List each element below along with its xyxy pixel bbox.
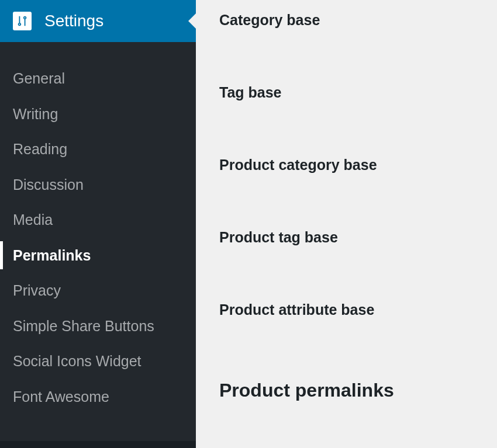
sidebar-item-label: Permalinks <box>13 247 91 263</box>
field-label-category-base: Category base <box>219 12 474 29</box>
section-heading-product-permalinks: Product permalinks <box>219 380 474 401</box>
sidebar-item-label: Writing <box>13 106 58 122</box>
sidebar-footer <box>0 441 196 448</box>
sidebar-item-media[interactable]: Media <box>0 202 196 238</box>
sidebar-item-label: Reading <box>13 141 67 157</box>
sidebar-item-privacy[interactable]: Privacy <box>0 273 196 308</box>
field-label-product-category-base: Product category base <box>219 157 474 173</box>
sidebar-item-writing[interactable]: Writing <box>0 96 196 132</box>
settings-icon <box>13 12 32 30</box>
sidebar-header-settings[interactable]: Settings <box>0 0 196 42</box>
sidebar-item-label: Discussion <box>13 176 84 193</box>
main-content: Category base Tag base Product category … <box>196 0 497 448</box>
sidebar-item-label: Media <box>13 211 53 228</box>
field-label-product-attribute-base: Product attribute base <box>219 301 474 318</box>
field-label-product-tag-base: Product tag base <box>219 229 474 246</box>
sidebar-item-simple-share-buttons[interactable]: Simple Share Buttons <box>0 308 196 344</box>
admin-sidebar: Settings General Writing Reading Discuss… <box>0 0 196 448</box>
sidebar-item-label: General <box>13 70 65 86</box>
sidebar-item-reading[interactable]: Reading <box>0 131 196 167</box>
sidebar-item-label: Font Awesome <box>13 388 109 405</box>
sidebar-item-discussion[interactable]: Discussion <box>0 167 196 203</box>
field-label-tag-base: Tag base <box>219 84 474 101</box>
sidebar-item-font-awesome[interactable]: Font Awesome <box>0 379 196 415</box>
sidebar-item-permalinks[interactable]: Permalinks <box>0 238 196 273</box>
sidebar-item-social-icons-widget[interactable]: Social Icons Widget <box>0 343 196 379</box>
sidebar-header-label: Settings <box>44 12 103 30</box>
sidebar-item-label: Social Icons Widget <box>13 353 141 369</box>
sidebar-items: General Writing Reading Discussion Media… <box>0 42 196 414</box>
sidebar-item-label: Privacy <box>13 282 61 298</box>
sidebar-item-label: Simple Share Buttons <box>13 318 154 334</box>
sidebar-item-general[interactable]: General <box>0 61 196 96</box>
